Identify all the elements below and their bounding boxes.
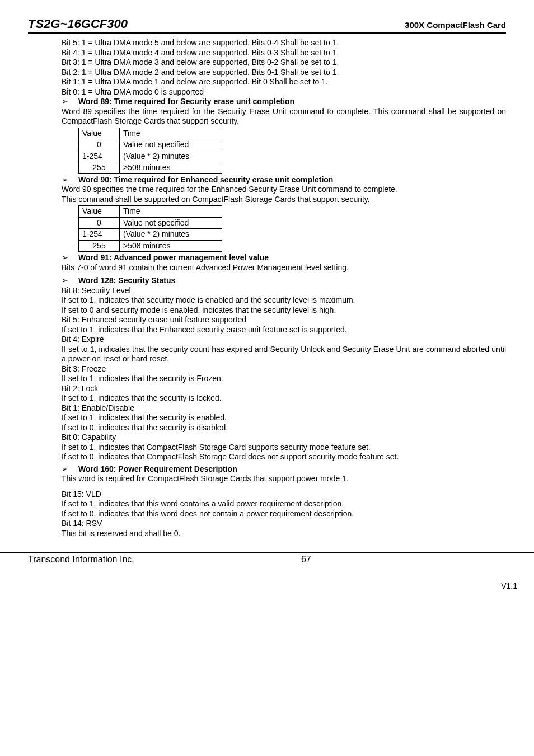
product-desc-title: 300X CompactFlash Card bbox=[405, 20, 506, 30]
body-text: If set to 1, indicates that the security… bbox=[62, 345, 506, 364]
footer-page-number: 67 bbox=[301, 555, 311, 565]
section-title: Word 89: Time required for Security eras… bbox=[78, 97, 506, 107]
body-text: Word 90 specifies the time required for … bbox=[62, 185, 506, 195]
table-cell: 1-254 bbox=[79, 151, 120, 162]
body-text: Bit 2: 1 = Ultra DMA mode 2 and below ar… bbox=[62, 68, 506, 78]
body-text: Bit 14: RSV bbox=[62, 519, 506, 529]
table-row: 255 >508 minutes bbox=[79, 240, 222, 252]
body-text: Bit 5: Enhanced security erase unit feat… bbox=[62, 315, 506, 325]
body-text: If set to 1, indicates that the security… bbox=[62, 374, 506, 384]
section-title: Word 160: Power Requirement Description bbox=[78, 464, 506, 475]
body-text: This bit is reserved and shall be 0. bbox=[62, 529, 506, 539]
body-text: Bit 0: 1 = Ultra DMA mode 0 is supported bbox=[62, 87, 506, 97]
body-text: Bit 5: 1 = Ultra DMA mode 5 and below ar… bbox=[62, 38, 506, 48]
table-row: Value Time bbox=[79, 128, 222, 139]
body-text: If set to 1, indicates that security mod… bbox=[62, 295, 506, 306]
body-text: Bit 4: Expire bbox=[62, 335, 506, 345]
body-text: This word is required for CompactFlash S… bbox=[62, 474, 506, 484]
table-row: 255 >508 minutes bbox=[79, 162, 222, 174]
table-cell: >508 minutes bbox=[120, 162, 222, 174]
body-text: Bit 3: 1 = Ultra DMA mode 3 and below ar… bbox=[62, 58, 506, 68]
bullet-icon: ➢ bbox=[62, 276, 72, 286]
table-cell: Value not specified bbox=[120, 217, 222, 229]
body-text: If set to 0, indicates that the security… bbox=[62, 423, 506, 433]
body-text: Bit 4: 1 = Ultra DMA mode 4 and below ar… bbox=[62, 48, 506, 58]
page-footer: Transcend Information Inc. 67 bbox=[0, 553, 534, 565]
table-word90: Value Time 0 Value not specified 1-254 (… bbox=[78, 205, 222, 252]
table-header: Time bbox=[120, 128, 222, 139]
table-cell: 1-254 bbox=[79, 229, 120, 241]
bullet-icon: ➢ bbox=[62, 253, 72, 263]
table-row: Value Time bbox=[79, 206, 222, 218]
table-row: 1-254 (Value * 2) minutes bbox=[79, 151, 222, 162]
body-text: If set to 1, indicates that the security… bbox=[62, 413, 506, 423]
bullet-icon: ➢ bbox=[62, 464, 72, 475]
table-cell: (Value * 2) minutes bbox=[120, 229, 222, 241]
table-row: 0 Value not specified bbox=[79, 139, 222, 151]
body-text: If set to 1, indicates that this word co… bbox=[62, 499, 506, 509]
section-heading-word90: ➢ Word 90: Time required for Enhanced se… bbox=[62, 175, 506, 185]
body-text: Bit 0: Capability bbox=[62, 433, 506, 443]
word160-body: Bit 15: VLD If set to 1, indicates that … bbox=[62, 490, 506, 539]
body-text: Bit 15: VLD bbox=[62, 490, 506, 500]
page-header: TS2G~16GCF300 300X CompactFlash Card bbox=[28, 17, 506, 34]
bullet-icon: ➢ bbox=[62, 97, 72, 107]
section-title: Word 90: Time required for Enhanced secu… bbox=[78, 175, 506, 185]
body-text: Bits 7-0 of word 91 contain the current … bbox=[62, 263, 506, 273]
bullet-icon: ➢ bbox=[62, 175, 72, 185]
body-text: If set to 1, indicates that the security… bbox=[62, 393, 506, 403]
table-row: 0 Value not specified bbox=[79, 217, 222, 229]
section-title: Word 91: Advanced power management level… bbox=[78, 253, 506, 263]
body-text: If set to 1, indicates that the Enhanced… bbox=[62, 325, 506, 335]
body-text: If set to 0, indicates that this word do… bbox=[62, 509, 506, 519]
body-text: If set to 1, indicates that CompactFlash… bbox=[62, 443, 506, 453]
body-text: This command shall be supported on Compa… bbox=[62, 195, 506, 205]
table-cell: Value not specified bbox=[120, 139, 222, 151]
body-text: If set to 0 and security mode is enabled… bbox=[62, 306, 506, 316]
body-text: Bit 2: Lock bbox=[62, 384, 506, 394]
section-title: Word 128: Security Status bbox=[78, 276, 506, 286]
page-content: Bit 5: 1 = Ultra DMA mode 5 and below ar… bbox=[62, 38, 506, 538]
table-header: Time bbox=[120, 206, 222, 218]
body-text: Word 89 specifies the time required for … bbox=[62, 107, 506, 126]
body-text: Bit 1: Enable/Disable bbox=[62, 403, 506, 414]
intro-bits: Bit 5: 1 = Ultra DMA mode 5 and below ar… bbox=[62, 38, 506, 97]
section-heading-word128: ➢ Word 128: Security Status bbox=[62, 276, 506, 286]
table-word89: Value Time 0 Value not specified 1-254 (… bbox=[78, 128, 222, 174]
table-header: Value bbox=[79, 128, 120, 139]
table-cell: 0 bbox=[79, 139, 120, 151]
word128-body: Bit 8: Security Level If set to 1, indic… bbox=[62, 286, 506, 462]
section-heading-word89: ➢ Word 89: Time required for Security er… bbox=[62, 97, 506, 107]
footer-company: Transcend Information Inc. bbox=[28, 555, 134, 565]
footer-version: V1.1 bbox=[0, 565, 534, 590]
body-text: If set to 0, indicates that CompactFlash… bbox=[62, 452, 506, 462]
table-cell: (Value * 2) minutes bbox=[120, 151, 222, 162]
section-heading-word91: ➢ Word 91: Advanced power management lev… bbox=[62, 253, 506, 263]
table-cell: 255 bbox=[79, 240, 120, 252]
body-text: Bit 1: 1 = Ultra DMA mode 1 and below ar… bbox=[62, 77, 506, 87]
section-heading-word160: ➢ Word 160: Power Requirement Descriptio… bbox=[62, 464, 506, 475]
table-cell: 0 bbox=[79, 217, 120, 229]
table-row: 1-254 (Value * 2) minutes bbox=[79, 229, 222, 241]
table-header: Value bbox=[79, 206, 120, 218]
product-model-title: TS2G~16GCF300 bbox=[28, 17, 128, 31]
table-cell: >508 minutes bbox=[120, 240, 222, 252]
body-text: Bit 8: Security Level bbox=[62, 286, 506, 296]
table-cell: 255 bbox=[79, 162, 120, 174]
body-text: Bit 3: Freeze bbox=[62, 364, 506, 374]
